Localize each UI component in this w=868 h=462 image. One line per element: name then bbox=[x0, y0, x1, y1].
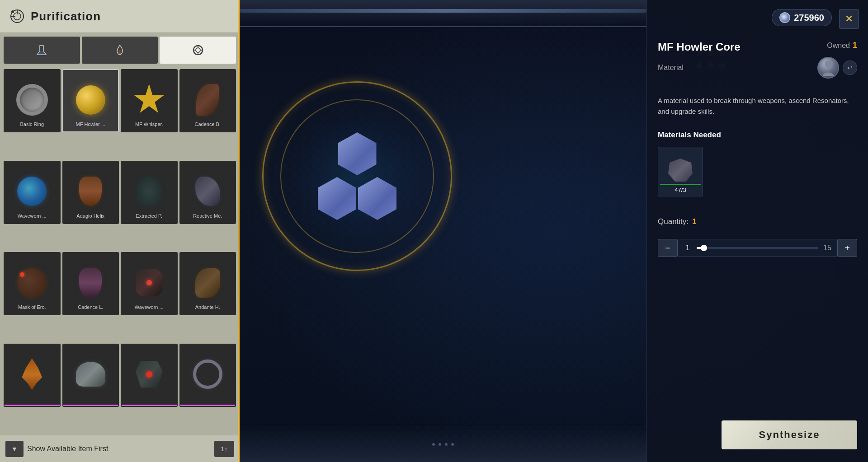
item-image bbox=[187, 171, 228, 212]
item-card-cadence-l[interactable]: Cadence L. bbox=[62, 252, 119, 315]
filter-label[interactable]: Show Available Item First bbox=[27, 445, 211, 453]
sidebar-bottom: ▼ Show Available Item First 1↑ bbox=[0, 435, 240, 462]
item-card-adagio[interactable]: Adagio Helix bbox=[62, 161, 119, 224]
item-image bbox=[129, 79, 170, 120]
tab-ring[interactable] bbox=[160, 37, 236, 64]
helm-eye bbox=[146, 371, 152, 378]
item-card-andante[interactable]: Andante H. bbox=[179, 252, 236, 315]
flame-visual bbox=[22, 359, 42, 390]
machine-bottom bbox=[240, 426, 646, 462]
item-card-waveworn[interactable]: Waveworn ... bbox=[4, 161, 61, 224]
item-inner: MF Whisper. bbox=[122, 70, 177, 130]
lab-icon bbox=[35, 44, 48, 56]
description-text: A material used to break through weapons… bbox=[658, 95, 857, 117]
item-card-shell[interactable] bbox=[62, 344, 119, 407]
svg-point-4 bbox=[11, 10, 14, 13]
svg-point-6 bbox=[196, 48, 200, 52]
shell-visual bbox=[76, 362, 105, 387]
slider-thumb[interactable] bbox=[701, 245, 707, 251]
item-inner: Mask of Ero. bbox=[5, 253, 60, 313]
cadence-visual bbox=[79, 268, 102, 298]
item-title-row: MF Howler Core Owned 1 bbox=[658, 41, 857, 53]
item-inner bbox=[63, 345, 118, 404]
tab-fire[interactable] bbox=[82, 37, 158, 64]
sidebar-header: Purification bbox=[0, 0, 240, 33]
orb-visual bbox=[76, 85, 105, 115]
slider-track[interactable] bbox=[697, 247, 818, 249]
item-label: MF Whisper. bbox=[122, 121, 177, 128]
owned-row: Owned 1 bbox=[827, 41, 857, 50]
machine-dot bbox=[445, 443, 448, 446]
currency-display: 275960 bbox=[772, 9, 832, 26]
currency-amount: 275960 bbox=[794, 13, 824, 23]
item-label: MF Howler ... bbox=[63, 121, 118, 128]
item-card-flame[interactable] bbox=[4, 344, 61, 407]
item-name: MF Howler Core bbox=[658, 41, 741, 53]
waveworn2-eye bbox=[146, 280, 152, 285]
item-image bbox=[12, 79, 52, 120]
machine-dot bbox=[432, 443, 435, 446]
quantity-value: 1 bbox=[692, 217, 696, 226]
item-image bbox=[187, 79, 228, 120]
item-inner: Reactive Me. bbox=[180, 162, 236, 221]
dropdown-button[interactable]: ▼ bbox=[5, 441, 24, 457]
item-image bbox=[12, 354, 52, 395]
item-inner: Andante H. bbox=[180, 253, 236, 313]
quantity-decrease-button[interactable]: − bbox=[658, 239, 678, 257]
item-image bbox=[70, 79, 111, 120]
wave-orb-visual bbox=[17, 177, 47, 206]
material-progress-bar bbox=[660, 184, 701, 185]
item-card-helm[interactable] bbox=[121, 344, 178, 407]
tab-lab[interactable] bbox=[4, 37, 80, 64]
item-label: Extracted P. bbox=[122, 212, 177, 219]
close-icon: ✕ bbox=[845, 13, 853, 25]
materials-needed-section: Materials Needed 47/3 bbox=[658, 131, 857, 204]
feather-visual bbox=[196, 84, 219, 116]
item-card-basic-ring[interactable]: Basic Ring bbox=[4, 69, 61, 132]
currency-icon bbox=[779, 12, 790, 23]
synthesize-button[interactable]: Synthesize bbox=[722, 420, 857, 449]
item-image bbox=[70, 171, 111, 212]
item-card-mask[interactable]: Mask of Ero. bbox=[4, 252, 61, 315]
item-label: Waveworn ... bbox=[122, 303, 177, 311]
dropdown-icon: ▼ bbox=[11, 445, 18, 453]
portrait-nav-button[interactable]: ↩ bbox=[843, 61, 857, 75]
material-count: 47/3 bbox=[675, 187, 686, 193]
item-card-ring2[interactable] bbox=[179, 344, 236, 407]
item-card-extracted[interactable]: Extracted P. bbox=[121, 161, 178, 224]
item-image bbox=[70, 354, 111, 395]
machine-dot bbox=[439, 443, 441, 446]
close-button[interactable]: ✕ bbox=[839, 9, 859, 29]
item-label: Mask of Ero. bbox=[5, 303, 60, 311]
item-card-mf-howler[interactable]: MF Howler ... bbox=[62, 69, 119, 132]
minus-icon: − bbox=[665, 243, 670, 253]
item-image bbox=[129, 171, 170, 212]
item-inner: Adagio Helix bbox=[63, 162, 118, 221]
fire-icon bbox=[113, 44, 126, 56]
item-inner: Waveworn ... bbox=[5, 162, 60, 221]
currency-bar: 275960 bbox=[772, 9, 832, 26]
character-silhouette bbox=[819, 59, 837, 77]
item-card-reactive[interactable]: Reactive Me. bbox=[179, 161, 236, 224]
item-grid: Basic Ring MF Howler ... MF Whisper. bbox=[0, 67, 240, 435]
andante-visual bbox=[195, 268, 220, 298]
helix-visual bbox=[79, 177, 102, 206]
sort-button[interactable]: 1↑ bbox=[214, 441, 234, 457]
sidebar-separator bbox=[238, 0, 240, 462]
materials-needed-title: Materials Needed bbox=[658, 131, 857, 140]
item-card-waveworn2[interactable]: Waveworn ... bbox=[121, 252, 178, 315]
howler-core-visual bbox=[667, 157, 694, 184]
ring-icon bbox=[192, 44, 204, 56]
item-card-mf-whisper[interactable]: MF Whisper. bbox=[121, 69, 178, 132]
hexagon-group bbox=[318, 132, 396, 220]
info-panel: 275960 ✕ MF Howler Core Owned 1 Material… bbox=[646, 0, 868, 462]
quantity-slider-container[interactable]: 1 15 bbox=[678, 239, 837, 257]
item-card-cadence-b[interactable]: Cadence B. bbox=[179, 69, 236, 132]
item-label: Basic Ring bbox=[5, 121, 60, 128]
item-inner: Waveworn ... bbox=[122, 253, 177, 313]
item-label: Cadence B. bbox=[180, 121, 236, 128]
quantity-increase-button[interactable]: + bbox=[837, 239, 857, 257]
tab-bar bbox=[0, 33, 240, 67]
item-image bbox=[12, 262, 52, 303]
sort-icon: 1↑ bbox=[221, 445, 228, 453]
